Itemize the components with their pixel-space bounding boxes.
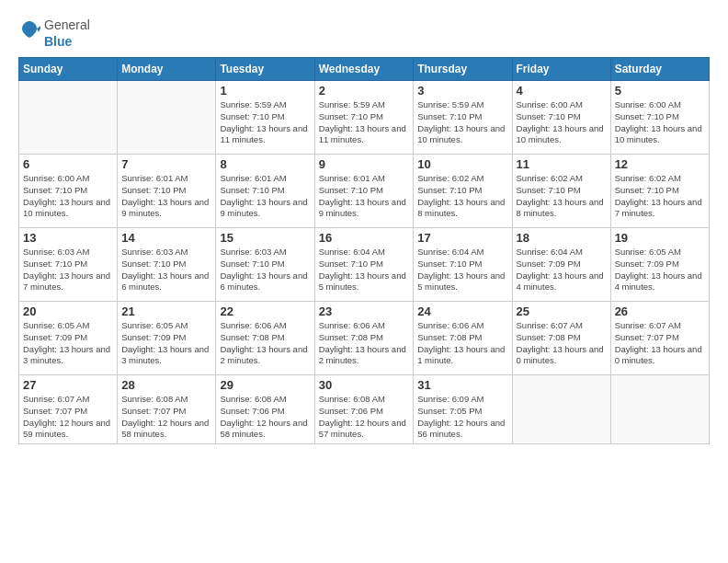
day-info: Sunrise: 6:04 AM Sunset: 7:10 PM Dayligh…	[417, 247, 507, 293]
weekday-header-tuesday: Tuesday	[216, 58, 314, 81]
calendar-cell: 5Sunrise: 6:00 AM Sunset: 7:10 PM Daylig…	[610, 81, 709, 155]
day-info: Sunrise: 6:05 AM Sunset: 7:09 PM Dayligh…	[121, 320, 211, 367]
day-number: 30	[319, 378, 410, 392]
day-number: 24	[417, 304, 507, 318]
calendar-cell	[19, 81, 118, 155]
calendar-cell	[118, 81, 216, 155]
day-info: Sunrise: 6:04 AM Sunset: 7:10 PM Dayligh…	[319, 247, 410, 293]
day-number: 14	[121, 231, 211, 245]
calendar-cell: 9Sunrise: 6:01 AM Sunset: 7:10 PM Daylig…	[314, 155, 414, 228]
day-info: Sunrise: 6:06 AM Sunset: 7:08 PM Dayligh…	[417, 320, 507, 367]
day-number: 13	[23, 231, 113, 245]
day-number: 2	[319, 84, 410, 98]
calendar-cell: 13Sunrise: 6:03 AM Sunset: 7:10 PM Dayli…	[19, 228, 118, 302]
day-info: Sunrise: 6:01 AM Sunset: 7:10 PM Dayligh…	[319, 173, 410, 220]
calendar-cell: 30Sunrise: 6:08 AM Sunset: 7:06 PM Dayli…	[314, 375, 414, 444]
calendar-cell: 15Sunrise: 6:03 AM Sunset: 7:10 PM Dayli…	[216, 228, 314, 302]
calendar-cell: 2Sunrise: 5:59 AM Sunset: 7:10 PM Daylig…	[314, 81, 414, 155]
calendar-cell: 7Sunrise: 6:01 AM Sunset: 7:10 PM Daylig…	[118, 155, 216, 228]
calendar-cell: 31Sunrise: 6:09 AM Sunset: 7:05 PM Dayli…	[414, 375, 512, 444]
day-number: 21	[121, 304, 211, 318]
day-number: 6	[23, 157, 113, 171]
calendar-cell: 27Sunrise: 6:07 AM Sunset: 7:07 PM Dayli…	[19, 375, 118, 444]
day-number: 8	[220, 157, 310, 171]
day-number: 27	[23, 378, 113, 392]
day-number: 7	[121, 157, 211, 171]
day-info: Sunrise: 5:59 AM Sunset: 7:10 PM Dayligh…	[417, 99, 507, 146]
day-info: Sunrise: 6:07 AM Sunset: 7:08 PM Dayligh…	[517, 320, 607, 367]
day-info: Sunrise: 6:05 AM Sunset: 7:09 PM Dayligh…	[23, 320, 113, 367]
calendar-cell: 14Sunrise: 6:03 AM Sunset: 7:10 PM Dayli…	[118, 228, 216, 302]
day-number: 10	[417, 157, 507, 171]
calendar-cell: 19Sunrise: 6:05 AM Sunset: 7:09 PM Dayli…	[610, 228, 709, 302]
calendar-cell: 10Sunrise: 6:02 AM Sunset: 7:10 PM Dayli…	[414, 155, 512, 228]
weekday-header-friday: Friday	[512, 58, 610, 81]
weekday-header-sunday: Sunday	[19, 58, 118, 81]
day-info: Sunrise: 6:07 AM Sunset: 7:07 PM Dayligh…	[615, 320, 705, 367]
day-info: Sunrise: 5:59 AM Sunset: 7:10 PM Dayligh…	[319, 99, 410, 146]
day-info: Sunrise: 6:06 AM Sunset: 7:08 PM Dayligh…	[319, 320, 410, 367]
day-number: 18	[517, 231, 607, 245]
calendar-cell: 12Sunrise: 6:02 AM Sunset: 7:10 PM Dayli…	[610, 155, 709, 228]
calendar-cell: 3Sunrise: 5:59 AM Sunset: 7:10 PM Daylig…	[414, 81, 512, 155]
day-number: 19	[615, 231, 705, 245]
calendar-cell: 11Sunrise: 6:02 AM Sunset: 7:10 PM Dayli…	[512, 155, 610, 228]
day-info: Sunrise: 6:03 AM Sunset: 7:10 PM Dayligh…	[220, 247, 310, 293]
day-number: 25	[517, 304, 607, 318]
logo: General Blue	[18, 17, 90, 50]
day-number: 1	[220, 84, 310, 98]
calendar-cell: 29Sunrise: 6:08 AM Sunset: 7:06 PM Dayli…	[216, 375, 314, 444]
logo-general: General	[44, 17, 90, 32]
calendar-cell: 20Sunrise: 6:05 AM Sunset: 7:09 PM Dayli…	[19, 302, 118, 375]
day-number: 23	[319, 304, 410, 318]
day-info: Sunrise: 6:02 AM Sunset: 7:10 PM Dayligh…	[517, 173, 607, 220]
day-info: Sunrise: 6:02 AM Sunset: 7:10 PM Dayligh…	[417, 173, 507, 220]
day-number: 17	[417, 231, 507, 245]
page: General Blue SundayMondayTuesdayWednesda…	[0, 0, 728, 563]
weekday-header-row: SundayMondayTuesdayWednesdayThursdayFrid…	[19, 58, 710, 81]
day-info: Sunrise: 6:02 AM Sunset: 7:10 PM Dayligh…	[615, 173, 705, 220]
day-number: 11	[517, 157, 607, 171]
day-info: Sunrise: 6:01 AM Sunset: 7:10 PM Dayligh…	[220, 173, 310, 220]
day-number: 29	[220, 378, 310, 392]
day-info: Sunrise: 6:05 AM Sunset: 7:09 PM Dayligh…	[615, 247, 705, 293]
day-info: Sunrise: 6:07 AM Sunset: 7:07 PM Dayligh…	[23, 394, 113, 441]
calendar-cell: 18Sunrise: 6:04 AM Sunset: 7:09 PM Dayli…	[512, 228, 610, 302]
calendar-cell: 4Sunrise: 6:00 AM Sunset: 7:10 PM Daylig…	[512, 81, 610, 155]
calendar-cell: 21Sunrise: 6:05 AM Sunset: 7:09 PM Dayli…	[118, 302, 216, 375]
logo-text-group: General Blue	[44, 17, 90, 50]
day-number: 22	[220, 304, 310, 318]
header: General Blue	[18, 17, 710, 50]
week-row-4: 27Sunrise: 6:07 AM Sunset: 7:07 PM Dayli…	[19, 375, 710, 444]
calendar-cell	[610, 375, 709, 444]
day-info: Sunrise: 6:00 AM Sunset: 7:10 PM Dayligh…	[517, 99, 607, 146]
calendar-cell: 23Sunrise: 6:06 AM Sunset: 7:08 PM Dayli…	[314, 302, 414, 375]
day-info: Sunrise: 6:03 AM Sunset: 7:10 PM Dayligh…	[121, 247, 211, 293]
logo-bird-icon	[18, 19, 40, 47]
calendar-cell: 17Sunrise: 6:04 AM Sunset: 7:10 PM Dayli…	[414, 228, 512, 302]
day-number: 5	[615, 84, 705, 98]
day-number: 26	[615, 304, 705, 318]
logo-blue: Blue	[44, 34, 72, 49]
day-info: Sunrise: 5:59 AM Sunset: 7:10 PM Dayligh…	[220, 99, 310, 146]
weekday-header-saturday: Saturday	[610, 58, 709, 81]
calendar-cell: 8Sunrise: 6:01 AM Sunset: 7:10 PM Daylig…	[216, 155, 314, 228]
day-number: 16	[319, 231, 410, 245]
week-row-0: 1Sunrise: 5:59 AM Sunset: 7:10 PM Daylig…	[19, 81, 710, 155]
day-number: 20	[23, 304, 113, 318]
week-row-3: 20Sunrise: 6:05 AM Sunset: 7:09 PM Dayli…	[19, 302, 710, 375]
day-info: Sunrise: 6:08 AM Sunset: 7:06 PM Dayligh…	[319, 394, 410, 441]
day-info: Sunrise: 6:09 AM Sunset: 7:05 PM Dayligh…	[417, 394, 507, 441]
day-number: 15	[220, 231, 310, 245]
calendar-cell: 1Sunrise: 5:59 AM Sunset: 7:10 PM Daylig…	[216, 81, 314, 155]
day-info: Sunrise: 6:06 AM Sunset: 7:08 PM Dayligh…	[220, 320, 310, 367]
day-info: Sunrise: 6:04 AM Sunset: 7:09 PM Dayligh…	[517, 247, 607, 293]
calendar-cell: 22Sunrise: 6:06 AM Sunset: 7:08 PM Dayli…	[216, 302, 314, 375]
day-number: 12	[615, 157, 705, 171]
week-row-2: 13Sunrise: 6:03 AM Sunset: 7:10 PM Dayli…	[19, 228, 710, 302]
day-info: Sunrise: 6:08 AM Sunset: 7:07 PM Dayligh…	[121, 394, 211, 441]
day-info: Sunrise: 6:00 AM Sunset: 7:10 PM Dayligh…	[615, 99, 705, 146]
calendar-table: SundayMondayTuesdayWednesdayThursdayFrid…	[18, 57, 710, 444]
calendar-cell: 26Sunrise: 6:07 AM Sunset: 7:07 PM Dayli…	[610, 302, 709, 375]
day-number: 31	[417, 378, 507, 392]
